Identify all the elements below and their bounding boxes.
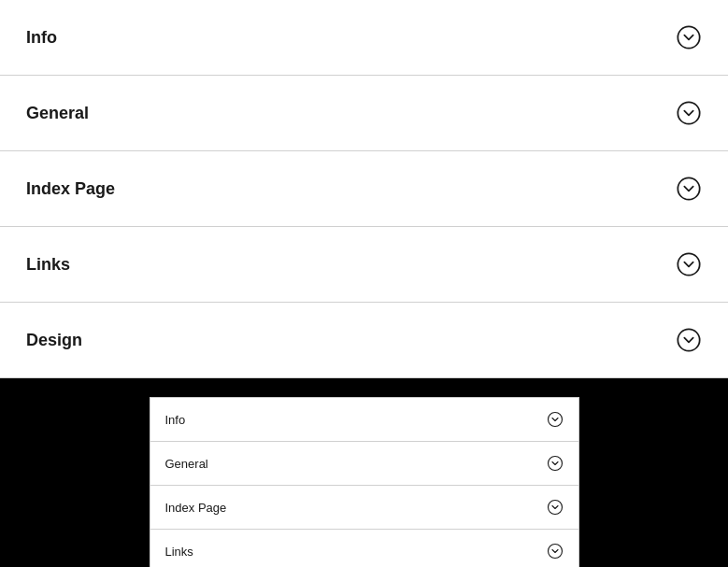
bottom-chevron-down-icon-info <box>547 411 564 428</box>
bottom-accordion-label-index-page: Index Page <box>165 501 227 515</box>
bottom-accordion-item-index-page[interactable]: Index Page <box>150 486 578 530</box>
top-accordion-panel: Info General Index Page Links Design <box>0 0 728 378</box>
accordion-item-general[interactable]: General <box>0 76 728 151</box>
svg-point-7 <box>548 501 562 515</box>
svg-point-6 <box>548 457 562 471</box>
accordion-item-design[interactable]: Design <box>0 303 728 378</box>
bottom-chevron-down-icon-index-page <box>547 499 564 516</box>
chevron-down-icon-index-page <box>676 176 702 202</box>
accordion-item-links[interactable]: Links <box>0 227 728 303</box>
bottom-container: Info General Index Page Links Design <box>0 378 728 567</box>
bottom-accordion-item-info[interactable]: Info <box>150 398 578 442</box>
bottom-chevron-down-icon-links <box>547 543 564 560</box>
bottom-accordion-label-links: Links <box>165 545 193 559</box>
chevron-down-icon-general <box>676 100 702 126</box>
accordion-label-general: General <box>26 104 89 123</box>
accordion-item-index-page[interactable]: Index Page <box>0 151 728 227</box>
svg-point-5 <box>548 413 562 427</box>
bottom-accordion-item-general[interactable]: General <box>150 442 578 486</box>
chevron-down-icon-info <box>676 24 702 50</box>
svg-point-1 <box>678 102 699 123</box>
bottom-accordion-item-links[interactable]: Links <box>150 530 578 567</box>
svg-point-8 <box>548 545 562 559</box>
svg-point-0 <box>678 26 699 48</box>
chevron-down-icon-design <box>676 327 702 353</box>
bottom-accordion-panel: Info General Index Page Links Design <box>150 397 579 567</box>
svg-point-3 <box>678 253 699 275</box>
svg-point-2 <box>678 177 699 199</box>
accordion-label-index-page: Index Page <box>26 179 115 199</box>
chevron-down-icon-links <box>676 251 702 277</box>
bottom-chevron-down-icon-general <box>547 455 564 472</box>
bottom-accordion-label-info: Info <box>165 413 186 427</box>
accordion-label-links: Links <box>26 255 70 275</box>
accordion-label-info: Info <box>26 28 57 48</box>
accordion-item-info[interactable]: Info <box>0 0 728 76</box>
bottom-accordion-label-general: General <box>165 457 208 471</box>
accordion-label-design: Design <box>26 331 82 350</box>
svg-point-4 <box>678 329 699 350</box>
